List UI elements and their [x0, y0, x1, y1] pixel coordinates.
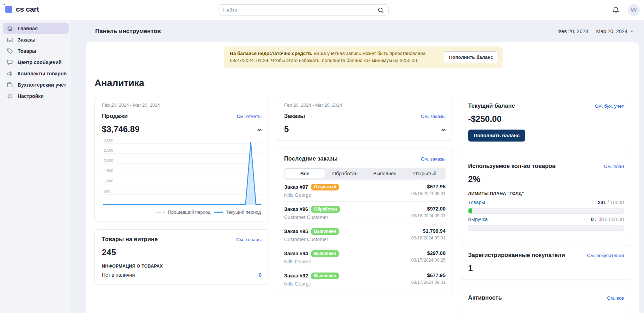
sidebar-item-label: Бухгалтерский учёт: [18, 82, 66, 88]
order-amount: $677.95: [427, 273, 446, 278]
sidebar-item-label: Товары: [18, 48, 36, 54]
sidebar-item-accounting[interactable]: Бухгалтерский учёт: [3, 79, 69, 90]
sidebar-item-settings[interactable]: Настройки: [3, 90, 69, 102]
page-title: Панель инструментов: [95, 28, 161, 35]
user-avatar[interactable]: VV: [628, 4, 640, 16]
status-badge: Обработан: [311, 206, 340, 213]
search-input[interactable]: [223, 7, 377, 13]
see-products-link[interactable]: См. товары: [236, 237, 262, 242]
out-of-stock-label: Нет в наличии: [102, 272, 135, 278]
order-row[interactable]: Заказ #95 Выполнен Customer Customer $1,…: [284, 224, 446, 246]
customers-count: 1: [468, 263, 624, 273]
see-customers-link[interactable]: См. покупателей: [587, 253, 624, 258]
see-orders-link[interactable]: См. заказы: [421, 114, 446, 119]
sidebar-item-orders[interactable]: Заказы: [3, 34, 69, 45]
orders-period: Feb 20, 2024 - Mar 20, 2024: [284, 102, 446, 108]
low-balance-banner: На балансе недостаточно средств. Ваша уч…: [224, 46, 503, 68]
storefront-products-card: Товары на витрине См. товары 245 ИНФОРМА…: [94, 229, 269, 284]
activity-card: Активность См. все: [461, 288, 631, 313]
order-row[interactable]: Заказ #94 Выполнен Nills George $297.00 …: [284, 246, 446, 268]
analytics-heading: Аналитика: [94, 78, 632, 89]
sidebar-item-home[interactable]: Главная: [3, 23, 69, 34]
dashed-line-swatch-icon: [156, 212, 165, 213]
see-plan-link[interactable]: См. план: [604, 164, 624, 169]
settings-gear-icon: [6, 93, 13, 100]
see-accounting-link[interactable]: См. бух. учёт: [595, 104, 624, 109]
recent-orders-title: Последние заказы: [284, 155, 338, 162]
usage-percent: 2%: [468, 174, 624, 184]
orders-count: 5: [284, 124, 289, 134]
solid-line-swatch-icon: [214, 212, 223, 213]
sidebar-item-label: Центр сообщений: [18, 60, 62, 65]
balance-value: -$250.00: [468, 114, 624, 124]
status-badge: Выполнен: [311, 228, 339, 235]
order-customer: Nills George: [284, 192, 339, 198]
cs-cart-logo[interactable]: cs cart: [5, 5, 39, 13]
sales-card: Feb 20, 2024 - Mar 20, 2024 Продажи См. …: [94, 96, 269, 221]
dashboard-screen: cs cart VV Главная: [0, 0, 644, 313]
limit-row-revenue: Выручка 0 / $10,000.00: [468, 217, 624, 222]
search-icon[interactable]: [377, 7, 384, 14]
order-row[interactable]: Заказ #97 Открытый Nills George $677.95 …: [284, 180, 446, 202]
chart-y-tick-labels: 3,000 2,500 2,000 1,500 1,000 500: [104, 138, 113, 193]
sales-total: $3,746.89: [102, 124, 140, 134]
out-of-stock-value[interactable]: 8: [259, 272, 262, 278]
infinity-symbol: ∞: [441, 127, 446, 134]
date-range-picker[interactable]: Фев 20, 2024 — Мар 20, 2024: [557, 29, 633, 34]
legend-past-period: Прошедший период: [156, 209, 210, 215]
sidebar-item-message-center[interactable]: Центр сообщений: [3, 57, 69, 68]
recent-orders-card: Последние заказы См. заказы Все Обработа…: [277, 149, 453, 294]
banner-top-up-button[interactable]: Пополнить баланс: [444, 51, 498, 63]
status-badge: Открытый: [311, 184, 339, 190]
order-date: 03/18/2024 09:01: [411, 236, 446, 240]
see-reports-link[interactable]: См. отчёты: [237, 114, 262, 119]
svg-text:1,500: 1,500: [104, 169, 113, 173]
page-header: Панель инструментов Фев 20, 2024 — Мар 2…: [72, 20, 644, 42]
customers-title: Зарегистрированные покупатели: [468, 252, 565, 258]
top-up-balance-button[interactable]: Пополнить баланс: [468, 130, 525, 142]
see-orders-link[interactable]: См. заказы: [421, 156, 446, 162]
order-row[interactable]: Заказ #96 Обработан Customer Customer $9…: [284, 202, 446, 224]
sidebar-item-label: Заказы: [18, 37, 35, 43]
sales-period: Feb 20, 2024 - Mar 20, 2024: [102, 102, 262, 108]
sales-title: Продажи: [102, 113, 128, 119]
tab-processed[interactable]: Обработан: [325, 168, 365, 179]
accounting-wallet-icon: [6, 81, 13, 88]
product-info-title: ИНФОРМАЦИЯ О ТОВАРАХ: [102, 264, 262, 269]
svg-text:1,000: 1,000: [104, 179, 113, 183]
orders-title: Заказы: [284, 113, 305, 119]
order-amount: $677.95: [427, 184, 446, 189]
tab-complete[interactable]: Выполнен: [365, 168, 405, 179]
date-range-label: Фев 20, 2024 — Мар 20, 2024: [557, 29, 627, 34]
order-id: Заказ #96: [284, 206, 308, 212]
sidebar-item-products[interactable]: Товары: [3, 45, 69, 57]
activity-divider: [468, 307, 624, 307]
current-balance-card: Текущий баланс См. бух. учёт -$250.00 По…: [461, 96, 631, 148]
revenue-progress-bar: [468, 225, 624, 231]
registered-customers-card: Зарегистрированные покупатели См. покупа…: [461, 245, 631, 280]
order-customer: Customer Customer: [284, 237, 339, 242]
sidebar-item-label: Главная: [18, 26, 38, 31]
products-tag-icon: [6, 48, 13, 55]
order-id: Заказ #94: [284, 251, 308, 256]
see-all-link[interactable]: См. все: [607, 295, 624, 301]
chevron-down-icon: [630, 31, 633, 32]
order-status-tabs: Все Обработан Выполнен Открытый: [284, 168, 446, 180]
notifications-bell-icon[interactable]: [612, 6, 620, 14]
sidebar-item-product-bundles[interactable]: Комплекты товаров: [3, 68, 69, 79]
current-period-line: [103, 142, 260, 205]
order-row[interactable]: Заказ #92 Выполнен Nills George $677.95 …: [284, 268, 446, 287]
tab-open[interactable]: Открытый: [405, 168, 445, 179]
limit-products-label: Товары: [468, 200, 485, 205]
legend-current-period: Текущий период: [214, 209, 261, 215]
logo-dot: [4, 4, 5, 5]
svg-text:500: 500: [104, 189, 110, 193]
svg-text:3,000: 3,000: [104, 138, 113, 142]
out-of-stock-row: Нет в наличии 8: [102, 272, 262, 278]
top-bar: cs cart VV: [0, 0, 644, 20]
limit-revenue-label: Выручка: [468, 217, 488, 222]
sidebar: Главная Заказы Товары Центр сообщений Ко…: [0, 20, 72, 313]
tab-all[interactable]: Все: [285, 168, 325, 179]
banner-wrap: На балансе недостаточно средств. Ваша уч…: [94, 46, 632, 68]
home-icon: [6, 25, 13, 32]
